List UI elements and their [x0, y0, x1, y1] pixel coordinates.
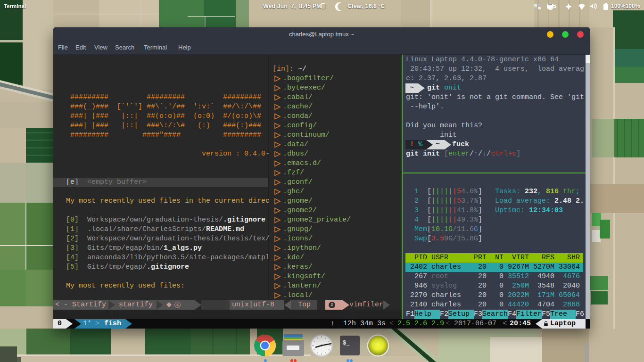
- svg-text:$_: $_: [343, 340, 350, 346]
